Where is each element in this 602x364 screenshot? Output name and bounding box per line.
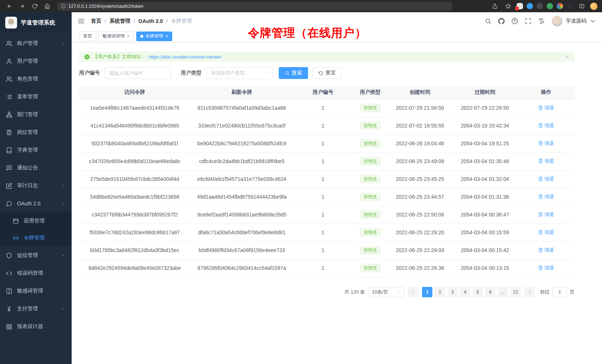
address-bar[interactable]: 127.0.0.1:1024/system/oauth2/token [57, 2, 452, 11]
force-logout-button[interactable]: 强退 [538, 247, 554, 254]
page-button[interactable]: 1 [422, 287, 432, 297]
col-expire-time: 过期时间 [452, 86, 518, 99]
browser-reload-button[interactable] [30, 2, 39, 11]
tab-home[interactable]: 首页 [79, 32, 96, 41]
table-row: c342377bf8b344799dcbf7bf095287f2 9ce8ef2… [79, 206, 575, 224]
sidebar-item-oauth[interactable]: OAuth 2.0 [0, 195, 72, 212]
browser-profile-avatar[interactable] [590, 3, 598, 10]
search-button[interactable]: 搜索 [279, 67, 308, 79]
extension-icon[interactable] [527, 3, 533, 9]
force-logout-button[interactable]: 强退 [538, 265, 554, 271]
sidebar-collapse-icon[interactable] [78, 17, 85, 25]
page-button[interactable]: 2 [435, 287, 445, 297]
close-icon[interactable]: × [127, 34, 130, 39]
bookmark-star-button[interactable] [503, 2, 513, 11]
force-logout-button[interactable]: 强退 [538, 229, 554, 236]
page-button[interactable]: 6 [485, 287, 495, 297]
user-type-tag: 管理员 [360, 211, 381, 219]
fullscreen-icon[interactable] [525, 18, 531, 24]
force-logout-button[interactable]: 强退 [538, 105, 554, 111]
github-icon[interactable] [498, 18, 505, 24]
page-button[interactable]: 3 [447, 287, 458, 297]
breadcrumb-system[interactable]: 系统管理 [109, 18, 130, 24]
tab-token[interactable]: 令牌管理 × [136, 32, 173, 41]
role-icon [6, 76, 12, 82]
sidebar-item-notice[interactable]: 通知公告 [0, 159, 72, 177]
doc-link[interactable]: https://doc.iocoder.cn/user-center/ [149, 54, 222, 60]
table-row: 502375b8040a469a9b82188afdf6af1f be90422… [79, 135, 575, 152]
sidebar-item-audit-log[interactable]: 审计日志 [0, 177, 72, 195]
user-type-select[interactable]: 请选择用户类型 [206, 67, 273, 79]
force-logout-button[interactable]: 强退 [538, 140, 554, 147]
force-logout-button[interactable]: 强退 [538, 193, 554, 200]
browser-home-button[interactable] [42, 2, 52, 11]
token-signal-icon [13, 235, 19, 241]
split-view-icon[interactable] [577, 2, 586, 11]
page-button[interactable]: 5 [472, 287, 483, 297]
url-text: 127.0.0.1:1024/system/oauth2/token [68, 4, 143, 9]
sidebar-item-dept[interactable]: 部门管理 [0, 106, 72, 123]
browser-back-button[interactable] [4, 2, 14, 11]
page-ellipsis[interactable]: ... [498, 287, 508, 297]
success-check-icon [84, 54, 90, 60]
main-area: 首页 / 系统管理 / OAuth 2.0 / 令牌管理 芋道 [72, 12, 602, 364]
sidebar-item-error-code[interactable]: 错误码管理 [0, 264, 72, 282]
caret-down-icon [589, 18, 596, 24]
breadcrumb-oauth[interactable]: OAuth 2.0 [138, 18, 163, 24]
app-logo-row[interactable]: 芋道管理系统 [0, 12, 72, 33]
force-logout-button[interactable]: 强退 [538, 122, 554, 129]
force-logout-button[interactable]: 强退 [538, 211, 554, 218]
user-id-input[interactable] [104, 67, 171, 79]
sidebar-item-sms[interactable]: 短信管理 [0, 246, 72, 264]
col-refresh-token: 刷新令牌 [190, 86, 293, 99]
sidebar-item-role[interactable]: 角色管理 [0, 70, 72, 88]
page-button[interactable]: 12 [510, 287, 521, 297]
font-size-icon[interactable] [538, 18, 545, 24]
sidebar: 芋道管理系统 租户管理 用户管理 角色管理 菜单管理 [0, 12, 72, 364]
browser-toolbar: 127.0.0.1:1024/system/oauth2/token [0, 0, 602, 12]
breadcrumb-home[interactable]: 首页 [91, 18, 101, 24]
sidebar-item-post[interactable]: 岗位管理 [0, 123, 72, 141]
sidebar-item-dict[interactable]: 字典管理 [0, 141, 72, 159]
sidebar-item-tenant[interactable]: 租户管理 [0, 34, 72, 52]
extension-icon[interactable] [567, 3, 573, 9]
extension-icon[interactable] [547, 3, 553, 9]
chevron-up-icon [61, 201, 66, 206]
sidebar-item-oauth-app[interactable]: 应用管理 [0, 212, 72, 229]
extension-icon[interactable] [537, 3, 543, 9]
help-icon[interactable] [511, 18, 518, 24]
page-goto-input[interactable] [552, 287, 567, 297]
sidebar-item-payment[interactable]: 支付管理 [0, 300, 72, 318]
reset-button[interactable]: 重置 [313, 67, 342, 79]
force-logout-button[interactable]: 强退 [538, 176, 554, 182]
close-icon[interactable]: × [166, 34, 169, 39]
chevron-down-icon [61, 183, 66, 188]
sidebar-item-user[interactable]: 用户管理 [0, 52, 72, 70]
payment-yen-icon [6, 306, 12, 312]
sidebar-item-oauth-token[interactable]: 令牌管理 [0, 229, 72, 246]
page-size-select[interactable]: 10条/页 [369, 287, 404, 297]
force-logout-button[interactable]: 强退 [538, 158, 554, 165]
share-button[interactable] [490, 2, 500, 11]
screen: 127.0.0.1:1024/system/oauth2/token 芋道管理系… [0, 0, 602, 364]
sidebar-item-menu[interactable]: 菜单管理 [0, 88, 72, 106]
tab-sensitive-word[interactable]: 敏感词管理 × [98, 32, 134, 41]
prev-page-button[interactable] [408, 287, 418, 297]
sidebar-item-sensitive-word[interactable]: 敏感词管理 [0, 282, 72, 300]
error-code-icon [6, 270, 12, 277]
alert-close-icon[interactable] [565, 54, 569, 59]
user-menu[interactable]: 芋道源码 [552, 16, 596, 27]
chevron-right-icon [527, 290, 532, 294]
extension-icon[interactable] [517, 3, 523, 9]
menu-list-icon [6, 94, 12, 100]
col-access-token: 访问令牌 [79, 86, 190, 99]
info-icon[interactable] [61, 4, 66, 9]
next-page-button[interactable] [524, 287, 535, 297]
sidebar-item-report-designer[interactable]: 报表设计器 [0, 318, 72, 335]
search-icon[interactable] [485, 18, 491, 24]
page-button[interactable]: 4 [460, 287, 470, 297]
user-type-tag: 管理员 [360, 264, 381, 272]
table-header-row: 访问令牌 刷新令牌 用户编号 用户类型 创建时间 过期时间 操作 [79, 86, 575, 99]
browser-forward-button[interactable] [17, 2, 27, 11]
extension-icon[interactable] [557, 3, 563, 9]
